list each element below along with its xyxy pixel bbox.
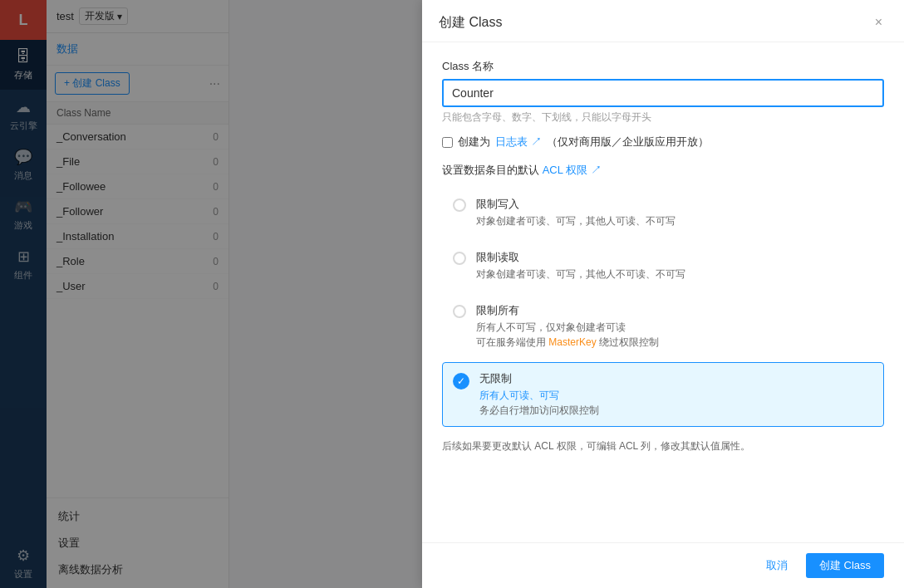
acl-content-limit-write: 限制写入 对象创建者可读、可写，其他人可读、不可写 [476,197,676,228]
class-name-hint: 只能包含字母、数字、下划线，只能以字母开头 [442,110,884,125]
radio-limit-all [453,305,466,318]
modal-close-button[interactable]: × [870,13,887,32]
radio-limit-write [453,198,466,212]
radio-limit-read [453,252,466,265]
class-name-label: Class 名称 [442,59,884,74]
acl-option-unlimited[interactable]: ✓ 无限制 所有人可读、可写 务必自行增加访问权限控制 [442,362,884,427]
acl-content-limit-read: 限制读取 对象创建者可读、可写，其他人不可读、不可写 [476,250,685,282]
class-name-input[interactable] [442,79,884,107]
acl-option-limit-read[interactable]: 限制读取 对象创建者可读、可写，其他人不可读、不可写 [442,241,884,291]
cancel-button[interactable]: 取消 [756,553,798,578]
create-class-modal: 创建 Class × Class 名称 只能包含字母、数字、下划线，只能以字母开… [422,0,904,588]
modal-title: 创建 Class [439,14,502,32]
acl-section-title: 设置数据条目的默认 ACL 权限 ↗ [442,163,884,178]
submit-button[interactable]: 创建 Class [806,553,884,578]
masterkey-text: MasterKey [548,336,596,348]
modal-overlay: 创建 Class × Class 名称 只能包含字母、数字、下划线，只能以字母开… [0,0,904,588]
log-table-checkbox[interactable] [442,137,453,148]
acl-option-limit-write[interactable]: 限制写入 对象创建者可读、可写，其他人可读、不可写 [442,188,884,238]
acl-content-unlimited: 无限制 所有人可读、可写 务必自行增加访问权限控制 [479,371,599,418]
modal-footer: 取消 创建 Class [422,542,904,588]
log-table-link[interactable]: 日志表 ↗ [495,135,542,149]
log-table-label: 创建为 [458,135,490,149]
acl-content-limit-all: 限制所有 所有人不可写，仅对象创建者可读 可在服务端使用 MasterKey 绕… [476,303,659,350]
log-table-desc: （仅对商用版／企业版应用开放） [547,135,709,149]
acl-option-limit-all[interactable]: 限制所有 所有人不可写，仅对象创建者可读 可在服务端使用 MasterKey 绕… [442,294,884,359]
acl-footer-note: 后续如果要更改默认 ACL 权限，可编辑 ACL 列，修改其默认值属性。 [442,439,884,454]
log-table-row: 创建为 日志表 ↗ （仅对商用版／企业版应用开放） [442,135,884,149]
modal-header: 创建 Class × [422,0,904,42]
modal-body: Class 名称 只能包含字母、数字、下划线，只能以字母开头 创建为 日志表 ↗… [422,42,904,542]
acl-link[interactable]: ACL 权限 ↗ [543,164,602,176]
check-unlimited: ✓ [453,373,469,390]
